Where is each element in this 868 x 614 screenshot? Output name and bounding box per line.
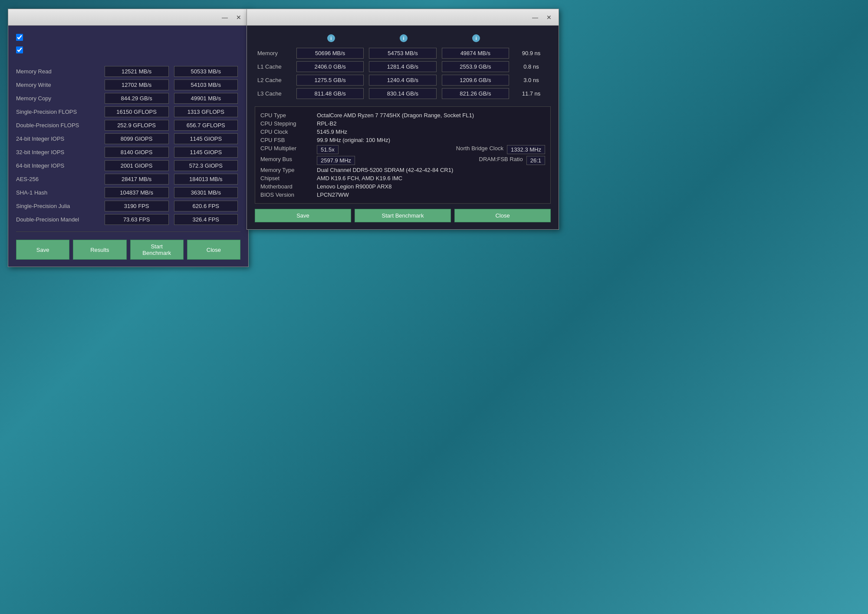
gpu-device-2-checkbox[interactable]: [16, 46, 23, 53]
gpu-device-1-row: [16, 33, 240, 41]
gpu-row-gpu-value: 252.9 GFLOPS: [102, 119, 171, 132]
gpu-table-row: 64-bit Integer IOPS 2001 GIOPS 572.3 GIO…: [16, 159, 240, 172]
info-label: Memory Bus: [260, 156, 317, 162]
info-label: CPU Stepping: [260, 120, 317, 127]
gpu-save-button[interactable]: Save: [16, 240, 69, 260]
mem-close-button[interactable]: ✕: [544, 12, 554, 23]
gpu-row-label: Single-Precision Julia: [16, 199, 102, 213]
gpu-row-label: 24-bit Integer IOPS: [16, 132, 102, 145]
gpu-row-label: Memory Read: [16, 65, 102, 78]
mem-row-write-value: 1281.4 GB/s: [366, 60, 439, 73]
mem-bench-table: i i i Memory 50696 MB/s 54753 MB/s 498: [255, 33, 551, 100]
info-value2: 26:1: [526, 156, 545, 165]
mem-table-row: L2 Cache 1275.5 GB/s 1240.4 GB/s 1209.6 …: [255, 73, 551, 87]
gpu-start-benchmark-button[interactable]: Start Benchmark: [130, 240, 184, 260]
info-row: CPU Stepping RPL-B2: [260, 119, 545, 128]
info-row: CPU Type OctalCore AMD Ryzen 7 7745HX (D…: [260, 111, 545, 119]
mem-col-header-write: i: [366, 33, 439, 46]
mem-row-read-value: 811.48 GB/s: [294, 87, 366, 100]
gpu-row-cpu-value: 656.7 GFLOPS: [171, 119, 240, 132]
gpu-footer: [16, 231, 240, 235]
gpu-window-body: Memory Read 12521 MB/s 50533 MB/s Memory…: [8, 26, 248, 267]
gpu-row-cpu-value: 50533 MB/s: [171, 65, 240, 78]
mem-row-latency-value: 90.9 ns: [512, 46, 551, 60]
mem-table-row: L1 Cache 2406.0 GB/s 1281.4 GB/s 2553.9 …: [255, 60, 551, 73]
info-row: Motherboard Lenovo Legion R9000P ARX8: [260, 182, 545, 191]
mem-save-button[interactable]: Save: [255, 209, 351, 222]
copy-info-icon[interactable]: i: [472, 34, 480, 42]
gpu-table-row: AES-256 28417 MB/s 184013 MB/s: [16, 172, 240, 186]
gpu-row-label: 32-bit Integer IOPS: [16, 145, 102, 159]
info-value: 5145.9 MHz: [317, 129, 545, 135]
gpu-table-row: Memory Write 12702 MB/s 54103 MB/s: [16, 78, 240, 92]
col-header-label: [16, 59, 102, 65]
info-row: CPU FSB 99.9 MHz (original: 100 MHz): [260, 136, 545, 144]
info-value: 51.5x: [317, 145, 339, 154]
mem-row-read-value: 50696 MB/s: [294, 46, 366, 60]
mem-table-row: Memory 50696 MB/s 54753 MB/s 49874 MB/s …: [255, 46, 551, 60]
mem-close-action-button[interactable]: Close: [454, 209, 551, 222]
mem-titlebar: — ✕: [247, 9, 559, 26]
gpu-table-row: 24-bit Integer IOPS 8099 GIOPS 1145 GIOP…: [16, 132, 240, 145]
mem-row-copy-value: 49874 MB/s: [439, 46, 512, 60]
gpu-row-cpu-value: 54103 MB/s: [171, 78, 240, 92]
mem-minimize-button[interactable]: —: [530, 12, 540, 23]
gpu-row-label: SHA-1 Hash: [16, 186, 102, 199]
gpu-row-label: Memory Copy: [16, 92, 102, 105]
gpu-close-button[interactable]: ✕: [233, 12, 244, 23]
mem-row-copy-value: 1209.6 GB/s: [439, 73, 512, 87]
gpu-row-gpu-value: 2001 GIOPS: [102, 159, 171, 172]
gpu-row-label: Double-Precision Mandel: [16, 213, 102, 226]
mem-row-latency-value: 11.7 ns: [512, 87, 551, 100]
gpu-table-row: Memory Copy 844.29 GB/s 49901 MB/s: [16, 92, 240, 105]
gpu-close-action-button[interactable]: Close: [187, 240, 240, 260]
mem-row-label: Memory: [255, 46, 294, 60]
mem-col-header-label: [255, 33, 294, 46]
mem-window-body: i i i Memory 50696 MB/s 54753 MB/s 498: [247, 26, 559, 229]
info-row: BIOS Version LPCN27WW: [260, 191, 545, 199]
gpu-row-label: Double-Precision FLOPS: [16, 119, 102, 132]
info-label: Motherboard: [260, 183, 317, 190]
gpu-row-gpu-value: 104837 MB/s: [102, 186, 171, 199]
read-info-icon[interactable]: i: [327, 34, 335, 42]
info-label2: DRAM:FSB Ratio: [479, 156, 523, 162]
mem-row-write-value: 1240.4 GB/s: [366, 73, 439, 87]
info-value: AMD K19.6 FCH, AMD K19.6 IMC: [317, 175, 545, 182]
gpu-row-cpu-value: 1313 GFLOPS: [171, 105, 240, 119]
gpu-minimize-button[interactable]: —: [220, 12, 230, 23]
gpu-row-gpu-value: 12702 MB/s: [102, 78, 171, 92]
gpu-window: — ✕: [8, 9, 249, 267]
mem-col-header-read: i: [294, 33, 366, 46]
gpu-row-cpu-value: 184013 MB/s: [171, 172, 240, 186]
info-label2: North Bridge Clock: [456, 145, 503, 152]
gpu-device-1-checkbox[interactable]: [16, 34, 23, 41]
gpu-row-cpu-value: 1145 GIOPS: [171, 145, 240, 159]
gpu-row-gpu-value: 8140 GIOPS: [102, 145, 171, 159]
gpu-results-button[interactable]: Results: [73, 240, 126, 260]
info-label: CPU Type: [260, 112, 317, 119]
mem-start-benchmark-button[interactable]: Start Benchmark: [355, 209, 451, 222]
info-row: CPU Multiplier 51.5x North Bridge Clock …: [260, 144, 545, 155]
gpu-row-gpu-value: 3190 FPS: [102, 199, 171, 213]
mem-row-read-value: 2406.0 GB/s: [294, 60, 366, 73]
info-label: Memory Type: [260, 167, 317, 173]
info-label: CPU Multiplier: [260, 145, 317, 152]
gpu-row-label: AES-256: [16, 172, 102, 186]
gpu-table-row: Single-Precision FLOPS 16150 GFLOPS 1313…: [16, 105, 240, 119]
gpu-row-label: Single-Precision FLOPS: [16, 105, 102, 119]
gpu-row-gpu-value: 28417 MB/s: [102, 172, 171, 186]
write-info-icon[interactable]: i: [400, 34, 408, 42]
info-label: Chipset: [260, 175, 317, 182]
gpu-table-row: Double-Precision FLOPS 252.9 GFLOPS 656.…: [16, 119, 240, 132]
gpu-device-2-row: [16, 45, 240, 53]
info-value: RPL-B2: [317, 120, 545, 127]
gpu-row-cpu-value: 572.3 GIOPS: [171, 159, 240, 172]
mem-row-read-value: 1275.5 GB/s: [294, 73, 366, 87]
gpu-row-gpu-value: 16150 GFLOPS: [102, 105, 171, 119]
info-value: LPCN27WW: [317, 191, 545, 198]
gpu-table-row: 32-bit Integer IOPS 8140 GIOPS 1145 GIOP…: [16, 145, 240, 159]
gpu-table-row: Double-Precision Mandel 73.63 FPS 326.4 …: [16, 213, 240, 226]
info-label: CPU Clock: [260, 129, 317, 135]
mem-row-latency-value: 0.8 ns: [512, 60, 551, 73]
gpu-table-row: Single-Precision Julia 3190 FPS 620.6 FP…: [16, 199, 240, 213]
